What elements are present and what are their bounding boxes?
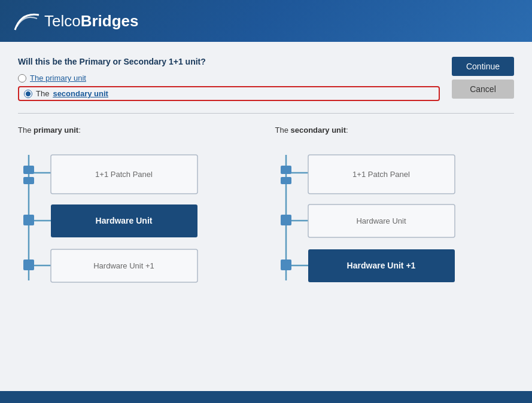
primary-radio[interactable] xyxy=(18,74,26,83)
primary-option[interactable]: The primary unit xyxy=(18,74,440,83)
svg-text:1+1 Patch Panel: 1+1 Patch Panel xyxy=(352,170,410,179)
svg-rect-7 xyxy=(23,259,34,270)
svg-text:Hardware Unit +1: Hardware Unit +1 xyxy=(93,261,154,270)
footer-bar xyxy=(0,391,532,403)
svg-rect-21 xyxy=(281,259,291,270)
secondary-option[interactable]: The secondary unit xyxy=(24,89,108,98)
logo-arc-icon xyxy=(12,9,42,33)
logo: TelcoBridges xyxy=(12,9,139,33)
svg-rect-20 xyxy=(281,215,291,225)
svg-rect-18 xyxy=(281,166,291,174)
secondary-radio[interactable] xyxy=(24,90,32,98)
diagrams-section: The primary unit: xyxy=(18,126,514,295)
continue-button[interactable]: Continue xyxy=(452,57,514,76)
primary-diagram-title: The primary unit: xyxy=(18,126,257,135)
secondary-diagram-wrapper: 1+1 Patch Panel Hardware Unit Hardware U… xyxy=(275,143,515,295)
question-area: Will this be the Primary or Secondary 1+… xyxy=(18,57,440,101)
primary-diagram-wrapper: 1+1 Patch Panel Hardware Unit Hardware U… xyxy=(18,143,257,295)
buttons-area: Continue Cancel xyxy=(452,57,514,99)
secondary-tree-svg: 1+1 Patch Panel Hardware Unit Hardware U… xyxy=(275,143,467,292)
svg-text:Hardware Unit: Hardware Unit xyxy=(96,216,153,225)
secondary-option-border: The secondary unit xyxy=(18,86,440,101)
secondary-diagram-title: The secondary unit: xyxy=(275,126,515,135)
radio-options: The primary unit The secondary unit xyxy=(18,74,440,101)
svg-rect-6 xyxy=(23,215,34,225)
svg-rect-19 xyxy=(281,177,291,184)
secondary-diagram: The secondary unit: xyxy=(275,126,515,295)
primary-option-label[interactable]: The primary unit xyxy=(30,74,86,83)
logo-text: TelcoBridges xyxy=(44,12,139,30)
question-label: Will this be the Primary or Secondary 1+… xyxy=(18,57,440,66)
secondary-option-label[interactable]: secondary unit xyxy=(53,89,108,98)
primary-tree-svg: 1+1 Patch Panel Hardware Unit Hardware U… xyxy=(18,143,209,292)
main-content: Will this be the Primary or Secondary 1+… xyxy=(0,42,532,391)
section-divider xyxy=(18,113,514,114)
secondary-option-prefix: The xyxy=(36,89,49,98)
header: TelcoBridges xyxy=(0,0,532,42)
svg-text:Hardware Unit: Hardware Unit xyxy=(356,216,406,225)
cancel-button[interactable]: Cancel xyxy=(452,80,514,99)
svg-text:1+1 Patch Panel: 1+1 Patch Panel xyxy=(95,170,153,179)
primary-diagram: The primary unit: xyxy=(18,126,257,295)
svg-rect-4 xyxy=(23,166,34,174)
top-section: Will this be the Primary or Secondary 1+… xyxy=(18,57,514,101)
svg-rect-5 xyxy=(23,177,34,184)
svg-text:Hardware Unit +1: Hardware Unit +1 xyxy=(346,261,415,270)
